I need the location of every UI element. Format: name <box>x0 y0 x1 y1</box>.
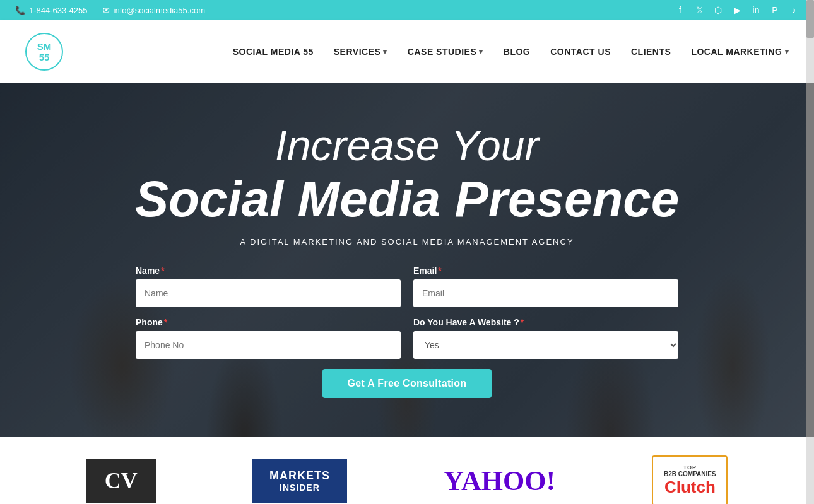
form-row-2: Phone* Do You Have A Website ?* Yes No <box>136 317 678 359</box>
name-label: Name* <box>136 266 401 276</box>
linkedin-icon[interactable]: in <box>751 5 761 15</box>
form-row-1: Name* Email* <box>136 266 678 307</box>
consultation-button[interactable]: Get A Free Consultation <box>322 369 492 398</box>
case-studies-dropdown-arrow: ▾ <box>479 48 483 56</box>
yahoo-logo: YAHOO! <box>444 465 555 497</box>
site-logo[interactable]: SM 55 <box>25 33 63 71</box>
logo-num: 55 <box>39 52 50 62</box>
hero-subtitle: A DIGITAL MARKETING AND SOCIAL MEDIA MAN… <box>25 237 789 247</box>
phone-number: 1-844-633-4255 <box>29 6 88 15</box>
twitter-icon[interactable]: 𝕏 <box>694 5 704 15</box>
pinterest-icon[interactable]: P <box>770 5 780 15</box>
logo-markets-insider: MARKETS INSIDER <box>252 459 347 503</box>
email-label: Email* <box>413 266 678 276</box>
hero-section: Increase Your Social Media Presence A DI… <box>0 83 814 437</box>
top-bar-contacts: 📞 1-844-633-4255 ✉ info@socialmedia55.co… <box>15 6 205 15</box>
email-icon: ✉ <box>103 6 110 15</box>
hero-title-line1: Increase Your <box>25 122 789 169</box>
navigation: SM 55 SOCIAL MEDIA 55 SERVICES ▾ CASE ST… <box>0 20 814 83</box>
name-input[interactable] <box>136 279 401 307</box>
clutch-logo: TOP B2B COMPANIES Clutch <box>652 455 728 504</box>
nav-link-local-marketing[interactable]: LOCAL MARKETING ▾ <box>691 47 789 57</box>
phone-label: Phone* <box>136 317 401 327</box>
hero-title-line2: Social Media Presence <box>25 172 789 227</box>
nav-link-social-media-55[interactable]: SOCIAL MEDIA 55 <box>233 47 314 57</box>
youtube-icon[interactable]: ▶ <box>732 5 742 15</box>
logos-section: CV MARKETS INSIDER YAHOO! TOP B2B COMPAN… <box>0 437 814 504</box>
name-field-group: Name* <box>136 266 401 307</box>
logo-cv: CV <box>86 459 156 503</box>
phone-contact[interactable]: 📞 1-844-633-4255 <box>15 6 88 15</box>
nav-link-contact[interactable]: CONTACT US <box>550 47 611 57</box>
services-dropdown-arrow: ▾ <box>383 48 387 56</box>
phone-field-group: Phone* <box>136 317 401 359</box>
website-select[interactable]: Yes No <box>413 331 678 359</box>
email-input[interactable] <box>413 279 678 307</box>
facebook-icon[interactable]: f <box>675 5 685 15</box>
tiktok-icon[interactable]: ♪ <box>789 5 799 15</box>
hero-content: Increase Your Social Media Presence A DI… <box>0 122 814 398</box>
local-marketing-dropdown-arrow: ▾ <box>785 48 789 56</box>
scrollbar-thumb[interactable] <box>806 0 814 38</box>
email-field-group: Email* <box>413 266 678 307</box>
nav-link-blog[interactable]: BLOG <box>504 47 530 57</box>
website-label: Do You Have A Website ?* <box>413 317 678 327</box>
social-icons-bar: f 𝕏 ⬡ ▶ in P ♪ <box>675 5 799 15</box>
instagram-icon[interactable]: ⬡ <box>713 5 723 15</box>
nav-link-case-studies[interactable]: CASE STUDIES ▾ <box>408 47 483 57</box>
nav-link-services[interactable]: SERVICES ▾ <box>334 47 387 57</box>
logo-clutch: TOP B2B COMPANIES Clutch <box>652 455 728 504</box>
top-bar: 📞 1-844-633-4255 ✉ info@socialmedia55.co… <box>0 0 814 20</box>
website-field-group: Do You Have A Website ?* Yes No <box>413 317 678 359</box>
email-address: info@socialmedia55.com <box>114 6 205 15</box>
cv-logo: CV <box>86 459 156 503</box>
markets-insider-logo: MARKETS INSIDER <box>252 459 347 503</box>
logo-sm: SM <box>37 41 52 52</box>
email-contact[interactable]: ✉ info@socialmedia55.com <box>103 6 205 15</box>
consultation-form: Name* Email* Phone* <box>25 266 789 398</box>
phone-input[interactable] <box>136 331 401 359</box>
nav-links: SOCIAL MEDIA 55 SERVICES ▾ CASE STUDIES … <box>233 47 789 57</box>
nav-link-clients[interactable]: CLIENTS <box>631 47 671 57</box>
logo-yahoo: YAHOO! <box>444 465 555 497</box>
phone-icon: 📞 <box>15 6 25 15</box>
